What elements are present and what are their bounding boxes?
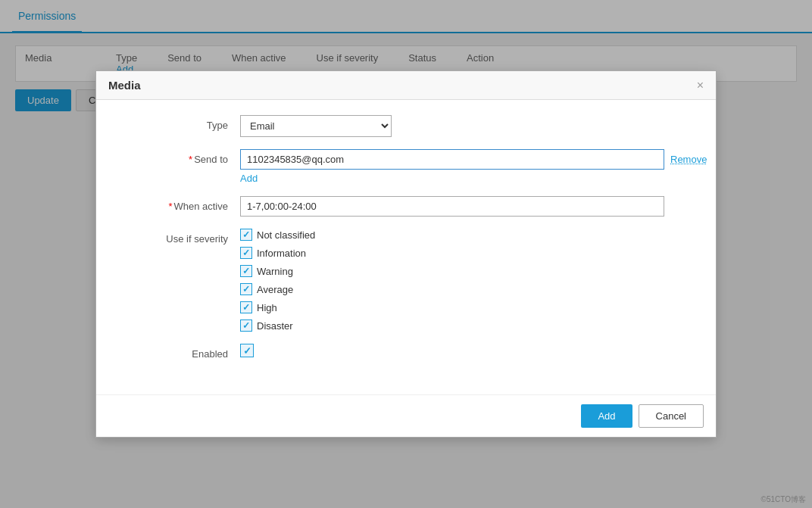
type-select[interactable]: Email SMS Jabber Ez Texting [240, 115, 392, 123]
modal-header: Media × [96, 71, 716, 100]
media-modal: Media × Type Email SMS Jabber Ez Texting [95, 70, 717, 123]
modal-close-button[interactable]: × [697, 79, 704, 92]
type-label: Type [119, 115, 240, 123]
modal-title: Media [108, 79, 141, 92]
form-row-type: Type Email SMS Jabber Ez Texting [119, 115, 693, 123]
modal-overlay: Media × Type Email SMS Jabber Ez Texting [0, 0, 812, 123]
modal-body: Type Email SMS Jabber Ez Texting *Send t… [96, 100, 716, 123]
type-control: Email SMS Jabber Ez Texting [240, 115, 693, 123]
